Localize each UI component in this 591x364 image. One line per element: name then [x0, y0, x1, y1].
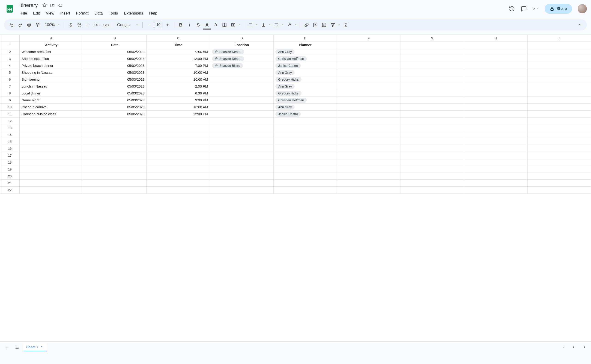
- row-header[interactable]: 12: [0, 117, 20, 124]
- cell[interactable]: [400, 62, 464, 69]
- person-chip[interactable]: Janice Castro: [275, 111, 301, 117]
- cell[interactable]: [400, 145, 464, 152]
- cell[interactable]: [210, 152, 273, 159]
- menu-file[interactable]: File: [18, 10, 30, 17]
- row-header[interactable]: 9: [0, 97, 20, 104]
- cell[interactable]: 05/03/2023: [83, 90, 147, 97]
- cell[interactable]: [400, 117, 464, 124]
- cell[interactable]: [83, 117, 147, 124]
- cell[interactable]: [400, 90, 464, 97]
- cell[interactable]: [273, 166, 337, 173]
- cell[interactable]: [20, 187, 83, 194]
- cell[interactable]: Gregory Hicks: [273, 76, 337, 83]
- cell[interactable]: Gregory Hicks: [273, 90, 337, 97]
- table-row[interactable]: 15: [0, 138, 591, 145]
- table-row[interactable]: 17: [0, 152, 591, 159]
- row-header[interactable]: 1: [0, 41, 20, 48]
- table-row[interactable]: 4Private beach dinner05/02/20237:00 PMSe…: [0, 62, 591, 69]
- row-header[interactable]: 13: [0, 124, 20, 131]
- table-row[interactable]: 11Caribean cuisine class05/05/202312:00 …: [0, 110, 591, 117]
- star-icon[interactable]: [42, 3, 47, 8]
- cell[interactable]: [527, 97, 591, 104]
- cell[interactable]: 05/03/2023: [83, 76, 147, 83]
- column-header-E[interactable]: E: [273, 35, 337, 41]
- cell[interactable]: [527, 159, 591, 166]
- cell[interactable]: 05/05/2023: [83, 110, 147, 117]
- cell[interactable]: [464, 76, 527, 83]
- cell[interactable]: [527, 69, 591, 76]
- cell[interactable]: [400, 124, 464, 131]
- cell[interactable]: [464, 166, 527, 173]
- cell[interactable]: [210, 138, 273, 145]
- cell[interactable]: [527, 131, 591, 138]
- cell[interactable]: [20, 145, 83, 152]
- decrease-font-size-button[interactable]: −: [145, 21, 153, 29]
- cell[interactable]: [337, 110, 400, 117]
- cell[interactable]: [83, 187, 147, 194]
- cell[interactable]: [337, 145, 400, 152]
- cell[interactable]: [464, 83, 527, 90]
- cell[interactable]: [210, 180, 273, 187]
- cloud-status-icon[interactable]: [58, 3, 62, 8]
- cell[interactable]: [210, 97, 273, 104]
- table-row[interactable]: 10Coconut carnival05/05/202310:00 AMAnn …: [0, 104, 591, 110]
- cell[interactable]: [83, 138, 147, 145]
- horizontal-align-button[interactable]: [246, 21, 259, 29]
- cell[interactable]: [400, 97, 464, 104]
- cell[interactable]: [210, 69, 273, 76]
- menu-insert[interactable]: Insert: [57, 10, 73, 17]
- cell[interactable]: Coconut carnival: [20, 104, 83, 110]
- person-chip[interactable]: Ann Gray: [275, 84, 295, 89]
- cell[interactable]: [400, 131, 464, 138]
- cell[interactable]: 05/03/2023: [83, 83, 147, 90]
- row-header[interactable]: 6: [0, 76, 20, 83]
- cell[interactable]: [210, 104, 273, 110]
- cell[interactable]: [83, 152, 147, 159]
- cell[interactable]: [147, 187, 210, 194]
- cell[interactable]: Seaside Resort: [210, 55, 273, 62]
- column-header-F[interactable]: F: [337, 35, 400, 41]
- cell[interactable]: [210, 173, 273, 180]
- scroll-tabs-right-button[interactable]: [570, 343, 578, 351]
- cell[interactable]: [337, 62, 400, 69]
- cell[interactable]: [210, 90, 273, 97]
- cell[interactable]: [400, 83, 464, 90]
- cell[interactable]: Ann Gray: [273, 83, 337, 90]
- column-header-A[interactable]: A: [20, 35, 83, 41]
- cell[interactable]: [147, 138, 210, 145]
- cell[interactable]: [147, 145, 210, 152]
- cell[interactable]: [273, 145, 337, 152]
- account-avatar[interactable]: [578, 4, 587, 13]
- functions-button[interactable]: Σ: [342, 21, 350, 29]
- table-row[interactable]: 6Sightseeing05/03/202310:00 AMGregory Hi…: [0, 76, 591, 83]
- cell[interactable]: [527, 55, 591, 62]
- cell[interactable]: Ann Gray: [273, 69, 337, 76]
- table-row[interactable]: 21: [0, 180, 591, 187]
- cell[interactable]: 05/03/2023: [83, 69, 147, 76]
- font-size-input[interactable]: 10: [154, 22, 162, 28]
- cell[interactable]: Lunch in Nassau: [20, 83, 83, 90]
- cell[interactable]: Welcome breakfast: [20, 48, 83, 55]
- cell[interactable]: [273, 152, 337, 159]
- row-header[interactable]: 15: [0, 138, 20, 145]
- text-rotation-button[interactable]: [285, 21, 298, 29]
- row-header[interactable]: 4: [0, 62, 20, 69]
- sheets-app-icon[interactable]: [4, 2, 15, 16]
- cell[interactable]: [464, 124, 527, 131]
- cell[interactable]: [273, 159, 337, 166]
- cell[interactable]: [527, 152, 591, 159]
- person-chip[interactable]: Ann Gray: [275, 70, 295, 75]
- row-header[interactable]: 10: [0, 104, 20, 110]
- cell[interactable]: [464, 55, 527, 62]
- row-header[interactable]: 17: [0, 152, 20, 159]
- row-header[interactable]: 11: [0, 110, 20, 117]
- cell[interactable]: [400, 187, 464, 194]
- cell[interactable]: [337, 41, 400, 48]
- share-button[interactable]: Share: [545, 4, 572, 14]
- row-header[interactable]: 16: [0, 145, 20, 152]
- cell[interactable]: [527, 41, 591, 48]
- menu-help[interactable]: Help: [146, 10, 160, 17]
- cell[interactable]: [464, 173, 527, 180]
- cell[interactable]: Christian Hoffman: [273, 55, 337, 62]
- cell[interactable]: [337, 48, 400, 55]
